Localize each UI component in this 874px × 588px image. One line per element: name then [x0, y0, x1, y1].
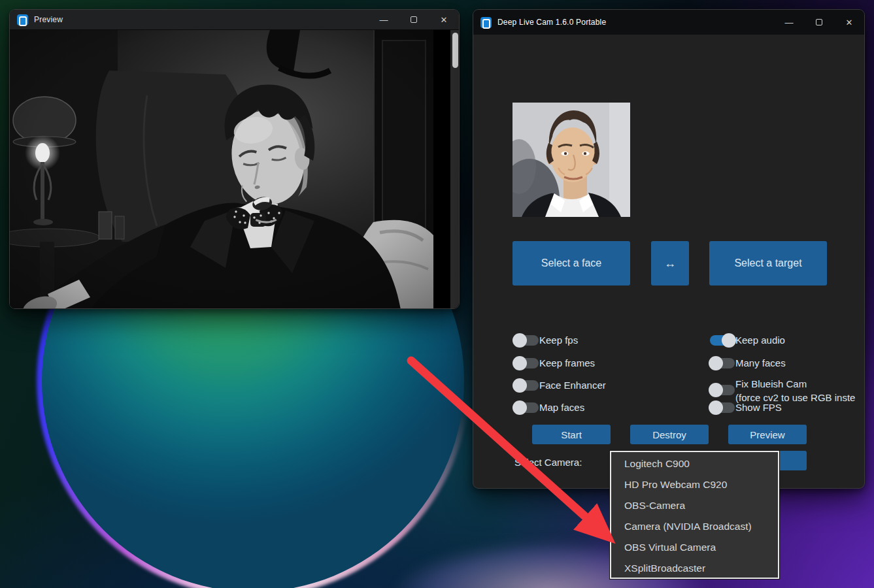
toggle-knob — [722, 333, 736, 348]
toggle-keep-fps[interactable] — [514, 335, 539, 346]
toggle-knob — [513, 400, 527, 415]
preview-scrollbar-thumb[interactable] — [452, 33, 458, 68]
camera-option[interactable]: OBS Virtual Camera — [611, 537, 778, 558]
deep-live-cam-window: Deep Live Cam 1.6.0 Portable — ✕ — [473, 9, 865, 489]
camera-option[interactable]: OBS-Camera — [611, 495, 778, 516]
toggle-keep-frames[interactable] — [514, 358, 539, 368]
toggle-knob — [709, 400, 723, 415]
toggle-show-fps[interactable] — [710, 402, 735, 413]
app-window-title: Deep Live Cam 1.6.0 Portable — [497, 18, 606, 27]
preview-window: Preview — ✕ — [9, 9, 460, 309]
camera-dropdown-menu: Logitech C900 HD Pro Webcam C920 OBS-Cam… — [610, 451, 779, 579]
toggle-knob — [513, 356, 527, 370]
desktop: Preview — ✕ — [0, 0, 874, 588]
camera-option[interactable]: HD Pro Webcam C920 — [611, 474, 778, 495]
minimize-button[interactable]: — — [774, 10, 804, 35]
app-icon — [480, 17, 492, 28]
toggle-map-faces[interactable] — [514, 402, 539, 413]
close-icon: ✕ — [846, 18, 853, 27]
close-icon: ✕ — [441, 15, 448, 25]
toggle-knob — [709, 383, 723, 397]
select-target-button[interactable]: Select a target — [709, 241, 827, 286]
app-icon — [17, 14, 28, 25]
toggle-knob — [709, 356, 723, 370]
preview-video-frame — [10, 30, 460, 309]
toggle-fix-blueish-cam-label: Fix Blueish Cam — [735, 378, 807, 391]
app-body: Select a face ↔ Select a target Keep fps… — [473, 35, 865, 489]
swap-faces-button[interactable]: ↔ — [651, 241, 689, 286]
toggle-face-enhancer[interactable] — [514, 380, 539, 391]
window-controls: — ✕ — [774, 10, 864, 35]
toggle-map-faces-label: Map faces — [539, 400, 584, 415]
select-face-button[interactable]: Select a face — [513, 241, 630, 286]
preview-window-title: Preview — [34, 15, 63, 24]
camera-option[interactable]: XSplitBroadcaster — [611, 558, 778, 579]
video-scene — [10, 30, 450, 309]
maximize-button[interactable] — [399, 10, 429, 29]
source-face-portrait — [513, 103, 630, 217]
camera-option[interactable]: Camera (NVIDIA Broadcast) — [611, 516, 778, 537]
camera-option[interactable]: Logitech C900 — [611, 453, 778, 474]
preview-titlebar[interactable]: Preview — ✕ — [10, 10, 459, 30]
toggle-many-faces[interactable] — [710, 358, 735, 368]
preview-button[interactable]: Preview — [728, 425, 807, 444]
window-controls: — ✕ — [369, 10, 459, 29]
toggle-show-fps-label: Show FPS — [735, 400, 782, 415]
start-button[interactable]: Start — [532, 425, 611, 444]
toggle-keep-audio[interactable] — [710, 335, 735, 346]
source-face-image — [513, 103, 630, 217]
minimize-icon: — — [380, 15, 388, 25]
toggle-face-enhancer-label: Face Enhancer — [539, 378, 606, 393]
maximize-icon — [816, 19, 822, 25]
minimize-button[interactable]: — — [369, 10, 399, 29]
toggle-knob — [513, 378, 527, 393]
minimize-icon: — — [785, 18, 794, 27]
maximize-icon — [411, 16, 417, 23]
close-button[interactable]: ✕ — [429, 10, 459, 29]
destroy-button[interactable]: Destroy — [630, 425, 709, 444]
toggle-knob — [513, 333, 527, 348]
toggle-fix-blueish-cam[interactable] — [710, 385, 735, 395]
preview-scrollbar[interactable] — [450, 30, 460, 309]
toggle-keep-audio-label: Keep audio — [735, 333, 785, 348]
app-titlebar[interactable]: Deep Live Cam 1.6.0 Portable — ✕ — [473, 10, 864, 35]
toggle-keep-fps-label: Keep fps — [539, 333, 578, 348]
toggle-keep-frames-label: Keep frames — [539, 356, 595, 370]
close-button[interactable]: ✕ — [834, 10, 864, 35]
select-camera-label: Select Camera: — [514, 457, 582, 468]
maximize-button[interactable] — [804, 10, 834, 35]
toggle-many-faces-label: Many faces — [735, 356, 786, 370]
